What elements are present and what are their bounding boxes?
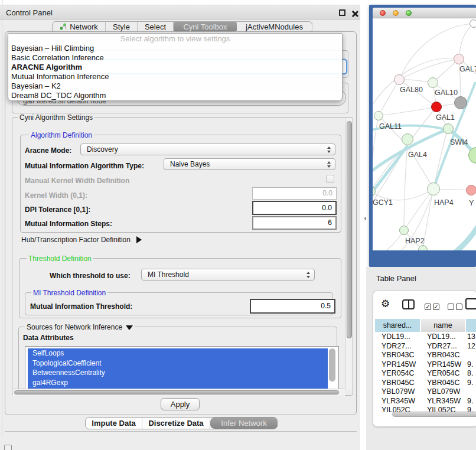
node-gal1[interactable]: [431, 102, 442, 112]
dock-corner-icon[interactable]: [4, 445, 12, 450]
unchecked-checkbox-icon[interactable]: [456, 304, 462, 310]
node-gal10[interactable]: [428, 77, 438, 88]
tab-jactivemnodules[interactable]: jActiveMNodules: [237, 22, 312, 31]
node-gal11[interactable]: [374, 111, 383, 120]
dpi-tolerance-label: DPI Tolerance [0,1]:: [25, 206, 90, 214]
scrollbar-thumb[interactable]: [347, 121, 352, 338]
data-attributes-list[interactable]: SelfLoopsTopologicalCoefficientBetweenne…: [25, 346, 339, 389]
close-icon[interactable]: [351, 11, 358, 17]
list-item[interactable]: SelfLoops: [28, 348, 328, 358]
column-icon[interactable]: [465, 298, 476, 309]
dropdown-item[interactable]: ARACNE Algorithm: [8, 63, 342, 72]
list-scrollbar[interactable]: [329, 348, 335, 381]
node-gcy1[interactable]: [373, 186, 376, 197]
table-row[interactable]: YBR043CYBR043C: [375, 351, 476, 360]
checked-checkbox-icon[interactable]: ✓: [425, 304, 431, 310]
dropdown-item[interactable]: Basic Correlation Inference: [8, 53, 342, 63]
split-columns-icon[interactable]: [402, 299, 415, 309]
table-cell: 9.: [466, 397, 476, 406]
table-row[interactable]: YBR045CYBR045C9.: [375, 379, 476, 388]
tab-network[interactable]: Network: [53, 22, 106, 31]
table-cell: 9.: [466, 360, 476, 370]
which-threshold-value: MI Threshold: [148, 270, 189, 279]
tab-infer-network[interactable]: Infer Network: [210, 418, 278, 429]
node-gal7[interactable]: [454, 54, 464, 64]
mi-threshold-field[interactable]: 0.5: [250, 299, 335, 314]
node-swi4[interactable]: [443, 123, 454, 134]
table-cell: YBR045C: [421, 379, 466, 388]
tab-discretize-data[interactable]: Discretize Data: [142, 418, 210, 429]
table-cell: YBR045C: [375, 379, 421, 388]
tab-select[interactable]: Select: [138, 22, 174, 31]
dpi-tolerance-field[interactable]: 0.0: [252, 201, 337, 215]
node[interactable]: [418, 245, 428, 250]
table-row[interactable]: YBL079WYBL079W: [375, 387, 476, 397]
settings-vertical-scrollbar[interactable]: [345, 118, 353, 389]
apply-button[interactable]: Apply: [161, 398, 200, 410]
mi-threshold-label: Mutual Information Threshold:: [30, 302, 132, 311]
node-gal4[interactable]: [402, 133, 413, 145]
node-label: GAL11: [379, 122, 402, 131]
splitter-arrow-icon[interactable]: [364, 217, 366, 220]
column-header[interactable]: name: [421, 319, 465, 332]
settings-horizontal-scrollbar[interactable]: [13, 389, 345, 396]
collapse-arrow-icon[interactable]: [126, 325, 133, 330]
dropdown-item[interactable]: Bayesian – Hill Climbing: [8, 44, 342, 53]
node-hap4[interactable]: [427, 182, 440, 195]
zoom-traffic-light[interactable]: [406, 10, 412, 16]
mi-steps-field[interactable]: 6: [252, 216, 337, 230]
table-row[interactable]: YDL19...YDL19...13: [375, 332, 476, 342]
table-row[interactable]: YDR27...YDR27...12: [375, 342, 476, 351]
network-canvas[interactable]: GAL7GAL80GAL10GAL1GAL11SWI4GAL4GCY1HAP4Y…: [373, 18, 476, 250]
kernel-width-field[interactable]: 0.0: [252, 187, 337, 200]
manual-kernel-checkbox[interactable]: [326, 175, 334, 183]
node[interactable]: [468, 147, 476, 164]
column-header[interactable]: [466, 319, 476, 332]
hub-definition-label: Hub/Transcription Factor Definition: [21, 236, 131, 244]
column-header[interactable]: shared...: [375, 319, 420, 332]
node-label: GAL10: [435, 89, 458, 97]
list-item[interactable]: BetweennessCentrality: [28, 368, 328, 378]
table-cell: YDR27...: [375, 342, 421, 351]
node-hap2[interactable]: [399, 226, 409, 235]
node[interactable]: [454, 96, 467, 109]
mi-type-select[interactable]: Naive Bayes: [164, 158, 335, 170]
panel-bottom-border: [5, 431, 357, 432]
float-icon[interactable]: [339, 9, 345, 16]
tab-impute-data[interactable]: Impute Data: [86, 418, 142, 429]
table-cell: 13: [466, 332, 476, 342]
aracne-mode-label: Aracne Mode:: [25, 146, 71, 155]
which-threshold-select[interactable]: MI Threshold: [141, 269, 315, 281]
table-row[interactable]: YER054CYER054C8.: [375, 369, 476, 379]
tab-cyni-toolbox[interactable]: Cyni Toolbox: [174, 22, 237, 31]
table-row[interactable]: YPR145WYPR145W9.: [375, 360, 476, 370]
node-label: GCY1: [373, 198, 393, 207]
hub-definition-toggle[interactable]: Hub/Transcription Factor Definition: [21, 236, 142, 245]
network-window-titlebar: [373, 8, 476, 18]
close-traffic-light[interactable]: [380, 10, 386, 16]
manual-kernel-label: Manual Kernel Width Definition: [25, 177, 129, 185]
table-cell: YPR145W: [421, 360, 466, 370]
dropdown-item[interactable]: Mutual Information Inference: [8, 72, 342, 81]
minimize-traffic-light[interactable]: [393, 10, 399, 16]
node[interactable]: [470, 19, 476, 28]
dropdown-item[interactable]: Bayesian – K2: [8, 81, 342, 91]
checked-checkbox-icon[interactable]: ✓: [433, 304, 439, 310]
dropdown-item[interactable]: Dream8 DC_TDC Algorithm: [8, 91, 342, 100]
table-scrollbar[interactable]: [392, 412, 476, 417]
list-item[interactable]: TopologicalCoefficient: [28, 358, 328, 369]
tab-style[interactable]: Style: [106, 22, 138, 31]
list-item[interactable]: gal4RGexp: [28, 378, 328, 388]
unchecked-checkbox-icon[interactable]: [448, 304, 454, 310]
cyni-algorithm-settings-group: Cyni Algorithm Settings Algorithm Defini…: [12, 117, 353, 396]
node-label: HAP2: [405, 237, 425, 245]
node-label: Y: [469, 199, 474, 207]
node-gal80[interactable]: [394, 74, 405, 85]
node-y[interactable]: [466, 185, 476, 195]
table-row[interactable]: YLR345WYLR345W9.: [375, 397, 476, 406]
gear-icon[interactable]: ⚙: [381, 298, 390, 310]
scrollbar-thumb[interactable]: [14, 390, 339, 394]
aracne-mode-select[interactable]: Discovery: [80, 144, 335, 155]
table-cell: YBR043C: [421, 351, 466, 360]
table-cell: YDL19...: [421, 332, 466, 342]
